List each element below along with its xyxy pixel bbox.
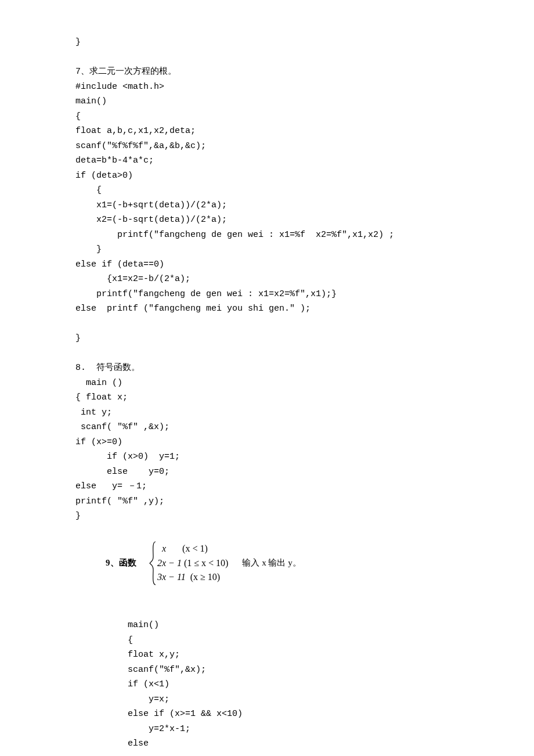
- code-line: {: [75, 633, 459, 648]
- problem-9-label: 9、函数: [106, 556, 149, 571]
- code-block-top: }7、求二元一次方程的根。#include <math.h>main(){flo…: [75, 35, 459, 538]
- code-line: float a,b,c,x1,x2,deta;: [75, 124, 459, 139]
- code-line: }: [75, 509, 459, 524]
- code-line: deta=b*b-4*a*c;: [75, 153, 459, 168]
- case-2: 2x − 1 (1 ≤ x < 10): [157, 556, 228, 571]
- code-line: if (x>0) y=1;: [75, 449, 459, 465]
- code-line: int y;: [75, 405, 459, 420]
- code-line: else if (deta==0): [75, 257, 459, 272]
- code-line: }: [75, 242, 459, 257]
- code-line: main (): [75, 376, 459, 391]
- code-line: else y=0;: [75, 465, 459, 480]
- code-line: y=x;: [75, 692, 459, 707]
- code-line: printf("fangcheng de gen wei : x1=x2=%f"…: [75, 287, 459, 302]
- code-line: }: [75, 331, 459, 346]
- document-page: }7、求二元一次方程的根。#include <math.h>main(){flo…: [0, 0, 534, 756]
- code-line: y=2*x-1;: [75, 722, 459, 737]
- code-line: printf( "%f" ,y);: [75, 494, 459, 509]
- code-line: if (deta>0): [75, 168, 459, 183]
- case-3: 3x − 11 (x ≥ 10): [157, 570, 228, 585]
- code-line: #include <math.h>: [75, 80, 459, 95]
- code-line: main(): [75, 94, 459, 109]
- code-line: {x1=x2=-b/(2*a);: [75, 272, 459, 287]
- piecewise-cases: x (x < 1) 2x − 1 (1 ≤ x < 10) 3x − 11 (x…: [157, 542, 228, 585]
- code-line: scanf("%f",&x);: [75, 663, 459, 678]
- code-line: main(): [75, 618, 459, 633]
- code-line: else: [75, 736, 459, 751]
- code-line: if (x<1): [75, 677, 459, 692]
- code-line: scanf( "%f" ,&x);: [75, 420, 459, 435]
- left-brace-icon: [149, 541, 157, 586]
- code-block-bottom: main() { float x,y; scanf("%f",&x); if (…: [75, 588, 459, 751]
- code-line: x1=(-b+sqrt(deta))/(2*a);: [75, 198, 459, 213]
- problem-9-function-row: 9、函数 x (x < 1) 2x − 1 (1 ≤ x < 10) 3x − …: [75, 541, 459, 586]
- code-line: x2=(-b-sqrt(deta))/(2*a);: [75, 213, 459, 228]
- code-line: 7、求二元一次方程的根。: [75, 64, 459, 80]
- case-1: x (x < 1): [157, 542, 228, 556]
- code-line: printf("fangcheng de gen wei : x1=%f x2=…: [75, 228, 459, 243]
- code-line: 8. 符号函数。: [75, 361, 459, 376]
- code-line: if (x>=0): [75, 435, 459, 450]
- code-line: {: [75, 109, 459, 124]
- code-line: else y= －1;: [75, 479, 459, 494]
- code-line: {: [75, 183, 459, 198]
- code-line: else if (x>=1 && x<10): [75, 707, 459, 722]
- code-line: float x,y;: [75, 647, 459, 663]
- code-line: { float x;: [75, 390, 459, 405]
- code-line: scanf("%f%f%f",&a,&b,&c);: [75, 139, 459, 154]
- problem-9-tail: 输入 x 输出 y。: [242, 556, 301, 571]
- code-line: }: [75, 35, 459, 50]
- code-line: else printf ("fangcheng mei you shi gen.…: [75, 301, 459, 316]
